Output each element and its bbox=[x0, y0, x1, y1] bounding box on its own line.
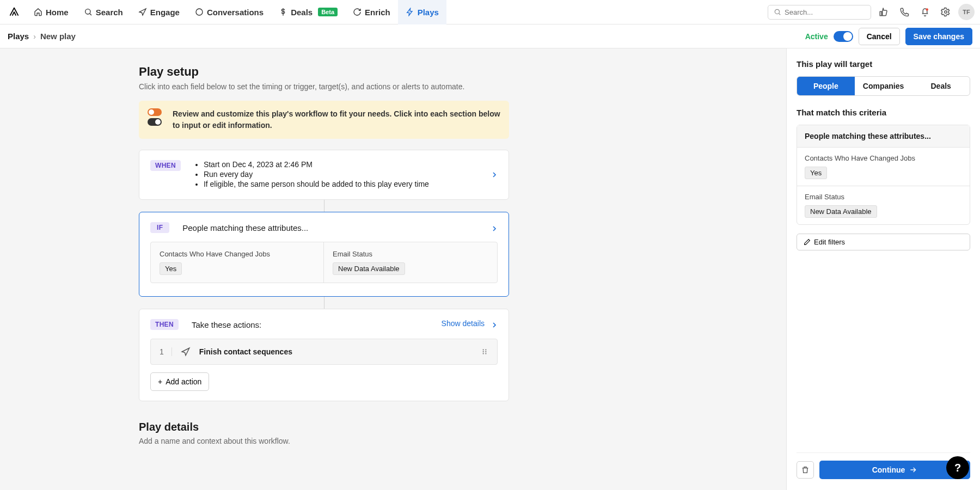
segment-people[interactable]: People bbox=[797, 77, 855, 95]
if-criteria-grid: Contacts Who Have Changed Jobs Yes Email… bbox=[150, 242, 498, 283]
side-footer: Continue bbox=[797, 452, 970, 479]
breadcrumb-root[interactable]: Plays bbox=[8, 32, 29, 41]
main-inner: Play setup Click into each field below t… bbox=[139, 65, 509, 445]
svg-point-4 bbox=[945, 11, 947, 14]
search-icon bbox=[84, 8, 93, 16]
delete-button[interactable] bbox=[797, 461, 814, 479]
nav-item-engage[interactable]: Engage bbox=[131, 0, 187, 24]
dollar-icon bbox=[279, 8, 287, 16]
when-bullet: If eligible, the same person should be a… bbox=[204, 180, 498, 188]
if-tag: IF bbox=[150, 222, 169, 233]
action-number: 1 bbox=[160, 347, 172, 356]
home-icon bbox=[34, 8, 42, 16]
add-action-button[interactable]: + Add action bbox=[150, 372, 209, 391]
segment-deals[interactable]: Deals bbox=[912, 77, 970, 95]
nav-label: Deals bbox=[291, 8, 313, 17]
top-nav: Home Search Engage Conversations Deals B… bbox=[0, 0, 980, 24]
target-segments: People Companies Deals bbox=[797, 76, 970, 96]
main-column: Play setup Click into each field below t… bbox=[0, 48, 787, 490]
details-desc: Add a name and context about this workfl… bbox=[139, 437, 509, 445]
pencil-icon bbox=[804, 238, 811, 246]
then-card[interactable]: THEN Take these actions: Show details 1 … bbox=[139, 309, 509, 401]
search-icon bbox=[774, 8, 781, 16]
send-icon bbox=[138, 8, 147, 16]
help-fab[interactable]: ? bbox=[946, 456, 969, 479]
chevron-right-icon[interactable] bbox=[490, 224, 499, 233]
then-tag: THEN bbox=[150, 319, 179, 330]
add-action-label: Add action bbox=[166, 377, 201, 386]
banner-text: Review and customize this play's workflo… bbox=[173, 108, 500, 131]
setup-desc: Click into each field below to set the t… bbox=[139, 82, 509, 91]
nav-items: Home Search Engage Conversations Deals B… bbox=[26, 0, 446, 24]
side-row-label: Email Status bbox=[805, 193, 962, 201]
nav-item-home[interactable]: Home bbox=[26, 0, 76, 24]
continue-label: Continue bbox=[872, 465, 905, 474]
info-banner: Review and customize this play's workflo… bbox=[139, 101, 509, 139]
edit-filters-button[interactable]: Edit filters bbox=[797, 234, 970, 250]
search-input[interactable] bbox=[785, 8, 865, 16]
segment-companies[interactable]: Companies bbox=[855, 77, 912, 95]
side-row-label: Contacts Who Have Changed Jobs bbox=[805, 154, 962, 162]
save-button[interactable]: Save changes bbox=[905, 28, 972, 45]
details-title: Play details bbox=[139, 421, 509, 433]
active-toggle[interactable] bbox=[834, 31, 853, 42]
nav-item-search[interactable]: Search bbox=[76, 0, 131, 24]
nav-label: Enrich bbox=[365, 8, 390, 17]
side-row-chip: New Data Available bbox=[805, 205, 877, 218]
body: Play setup Click into each field below t… bbox=[0, 48, 980, 490]
crumb-actions: Active Cancel Save changes bbox=[805, 28, 972, 45]
active-label: Active bbox=[805, 32, 828, 41]
if-card[interactable]: IF People matching these attributes... C… bbox=[139, 212, 509, 297]
global-search[interactable] bbox=[768, 5, 871, 20]
chevron-right-icon[interactable] bbox=[490, 321, 499, 329]
side-criteria-heading: That match this criteria bbox=[797, 108, 970, 117]
criteria-label: Contacts Who Have Changed Jobs bbox=[160, 250, 315, 258]
svg-point-9 bbox=[483, 353, 484, 354]
criteria-chip: Yes bbox=[160, 262, 182, 275]
edit-filters-label: Edit filters bbox=[814, 238, 845, 246]
svg-point-3 bbox=[926, 8, 929, 11]
bell-button[interactable] bbox=[917, 4, 933, 20]
action-row[interactable]: 1 Finish contact sequences bbox=[150, 339, 498, 365]
side-row-chip: Yes bbox=[805, 167, 827, 179]
bolt-icon bbox=[406, 8, 414, 16]
nav-item-conversations[interactable]: Conversations bbox=[187, 0, 271, 24]
when-body: Start on Dec 4, 2023 at 2:46 PM Run ever… bbox=[194, 160, 498, 189]
nav-item-deals[interactable]: Deals Beta bbox=[271, 0, 345, 24]
nav-label: Conversations bbox=[207, 8, 264, 17]
thumbs-up-button[interactable] bbox=[875, 4, 892, 20]
arrow-right-icon bbox=[909, 465, 917, 474]
chevron-right-icon[interactable] bbox=[490, 170, 499, 179]
show-details-link[interactable]: Show details bbox=[442, 319, 485, 328]
side-card-head: People matching these attributes... bbox=[797, 125, 970, 148]
connector-line bbox=[324, 200, 324, 212]
nav-label: Home bbox=[46, 8, 69, 17]
avatar[interactable]: TF bbox=[958, 4, 975, 20]
when-bullet: Run every day bbox=[204, 170, 498, 179]
nav-item-plays[interactable]: Plays bbox=[398, 0, 446, 24]
side-target-heading: This play will target bbox=[797, 59, 970, 69]
svg-point-0 bbox=[85, 9, 90, 14]
svg-point-7 bbox=[483, 351, 484, 352]
then-label: Take these actions: bbox=[192, 320, 261, 329]
connector-line bbox=[324, 297, 324, 309]
nav-right: TF bbox=[768, 4, 975, 20]
svg-point-6 bbox=[485, 349, 486, 350]
chat-icon bbox=[195, 8, 204, 16]
nav-item-enrich[interactable]: Enrich bbox=[345, 0, 398, 24]
send-icon bbox=[181, 347, 191, 357]
criteria-cell: Email Status New Data Available bbox=[324, 242, 497, 283]
drag-handle-icon[interactable] bbox=[481, 348, 488, 356]
nav-label: Search bbox=[96, 8, 123, 17]
chevron-right-icon: › bbox=[33, 32, 36, 41]
settings-button[interactable] bbox=[938, 4, 954, 20]
cancel-button[interactable]: Cancel bbox=[859, 28, 900, 45]
action-label: Finish contact sequences bbox=[199, 347, 292, 356]
criteria-chip: New Data Available bbox=[333, 262, 405, 275]
side-card-row: Email Status New Data Available bbox=[797, 186, 970, 224]
phone-button[interactable] bbox=[896, 4, 912, 20]
when-card[interactable]: WHEN Start on Dec 4, 2023 at 2:46 PM Run… bbox=[139, 150, 509, 200]
svg-point-8 bbox=[485, 351, 486, 352]
if-label: People matching these attributes... bbox=[182, 223, 308, 232]
refresh-icon bbox=[353, 8, 362, 16]
